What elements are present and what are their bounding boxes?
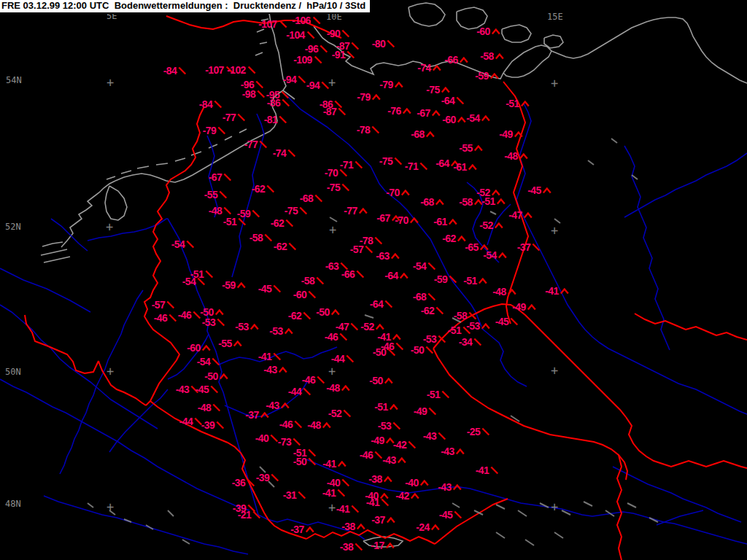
pressure-tendency-value: -17 <box>371 540 384 551</box>
pressure-tendency-value: -48 <box>504 150 517 162</box>
pressure-tendency-value: -59 <box>434 273 447 285</box>
tendency-rising-icon <box>376 324 385 330</box>
pressure-tendency-value: -94 <box>306 79 320 91</box>
station-report: -40 <box>405 477 429 489</box>
tendency-falling-icon <box>219 190 228 199</box>
tendency-rising-icon <box>395 82 404 88</box>
pressure-tendency-value: -84 <box>199 98 212 110</box>
tendency-rising-icon <box>403 108 412 114</box>
pressure-tendency-value: -106 <box>292 15 311 26</box>
tendency-falling-icon <box>341 478 350 487</box>
pressure-tendency-value: -90 <box>327 28 340 39</box>
pressure-tendency-value: -39 <box>256 472 269 483</box>
pressure-tendency-value: -36 <box>232 477 245 489</box>
station-report: -75 <box>379 155 403 167</box>
pressure-tendency-value: -68 <box>411 128 424 140</box>
station-report: -51 <box>506 98 530 109</box>
tendency-falling-icon <box>264 233 273 242</box>
station-report: -96 <box>305 43 328 55</box>
pressure-tendency-value: -60 <box>293 289 306 300</box>
pressure-tendency-value: -57 <box>350 244 363 255</box>
tendency-falling-icon <box>321 81 330 90</box>
tendency-rising-icon <box>492 28 501 35</box>
graticule-label: 48N <box>5 499 21 509</box>
tendency-falling-icon <box>166 300 175 309</box>
pressure-tendency-value: -63 <box>376 250 389 262</box>
pressure-tendency-value: -49 <box>414 405 427 417</box>
station-report: -67 <box>417 107 441 119</box>
tendency-falling-icon <box>454 510 462 519</box>
pressure-tendency-value: -46 <box>360 449 373 461</box>
tendency-falling-icon <box>279 20 287 28</box>
pressure-tendency-value: -50 <box>373 346 386 358</box>
tendency-rising-icon <box>341 385 351 392</box>
tendency-rising-icon <box>460 57 469 63</box>
station-report: -79 <box>379 79 403 90</box>
station-report: -62 <box>274 241 297 252</box>
station-report: -54 <box>466 112 490 124</box>
station-report: -55 <box>459 142 483 154</box>
pressure-tendency-value: -70 <box>386 187 399 198</box>
tendency-falling-icon <box>338 107 347 116</box>
tendency-falling-icon <box>438 335 446 343</box>
tendency-falling-icon <box>282 98 290 107</box>
pressure-tendency-value: -68 <box>413 291 426 303</box>
tendency-rising-icon <box>359 208 368 214</box>
station-report: -50 <box>316 306 340 318</box>
pressure-tendency-value: -58 <box>301 275 314 287</box>
station-report: -48 <box>198 402 221 413</box>
station-report: -55 <box>218 338 242 349</box>
station-report: -41 <box>476 464 499 476</box>
station-report: -59 <box>237 208 260 219</box>
tendency-rising-icon <box>215 309 225 316</box>
pressure-tendency-value: -60 <box>187 342 200 354</box>
pressure-tendency-value: -62 <box>252 183 265 195</box>
pressure-tendency-value: -37 <box>290 524 303 535</box>
tendency-falling-icon <box>339 332 348 341</box>
tendency-falling-icon <box>392 421 401 430</box>
pressure-tendency-value: -50 <box>316 306 329 318</box>
station-report: -45 <box>439 509 462 521</box>
station-report: -41 <box>366 497 390 508</box>
pressure-tendency-value: -75 <box>285 205 298 217</box>
tendency-falling-icon <box>428 407 437 416</box>
graticule-cross: + <box>107 364 114 378</box>
tendency-falling-icon <box>216 421 225 429</box>
pressure-tendency-value: -45 <box>196 384 209 395</box>
station-report: -62 <box>288 310 311 322</box>
pressure-tendency-value: -31 <box>283 489 296 501</box>
pressure-tendency-value: -102 <box>227 64 246 76</box>
tendency-falling-icon <box>317 376 325 384</box>
tendency-falling-icon <box>374 236 383 245</box>
pressure-tendency-value: -96 <box>305 43 318 55</box>
station-report: -46 <box>154 312 177 324</box>
tendency-falling-icon <box>456 96 465 105</box>
station-report: -58 <box>301 275 325 287</box>
pressure-tendency-value: -54 <box>182 276 196 287</box>
tendency-rising-icon <box>384 476 393 483</box>
station-report: -57 <box>152 299 175 311</box>
pressure-tendency-value: -55 <box>459 142 472 154</box>
station-report: -50 <box>204 370 228 382</box>
pressure-tendency-value: -79 <box>379 79 392 90</box>
pressure-tendency-value: -57 <box>152 299 165 311</box>
tendency-falling-icon <box>279 115 287 124</box>
station-report: -43 <box>263 364 287 376</box>
tendency-falling-icon <box>303 387 311 396</box>
pressure-tendency-value: -54 <box>466 112 479 124</box>
tendency-falling-icon <box>293 438 301 446</box>
pressure-tendency-value: -21 <box>238 509 251 521</box>
pressure-tendency-value: -74 <box>273 147 286 159</box>
pressure-tendency-value: -45 <box>527 184 541 196</box>
station-report: -41 <box>545 285 569 297</box>
pressure-tendency-value: -46 <box>325 331 338 343</box>
tendency-falling-icon <box>355 542 363 551</box>
tendency-falling-icon <box>299 206 308 215</box>
station-report: -54 <box>413 260 436 272</box>
station-report: -75 <box>327 182 350 193</box>
station-report: -51 <box>463 275 487 287</box>
station-report: -61 <box>453 161 477 173</box>
graticule-label: 52N <box>5 222 21 232</box>
tendency-falling-icon <box>510 317 519 326</box>
station-report: -53 <box>378 420 401 432</box>
